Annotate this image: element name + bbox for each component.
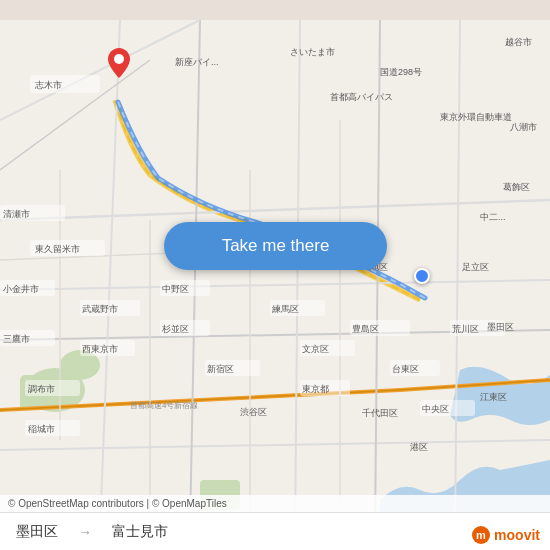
svg-text:国道298号: 国道298号 (380, 67, 422, 77)
svg-text:清瀬市: 清瀬市 (3, 209, 30, 219)
destination-marker (108, 48, 130, 78)
svg-text:葛飾区: 葛飾区 (503, 182, 530, 192)
map-background: 志木市 清瀬市 東久留米市 小金井市 三鷹市 調布市 稲城市 武蔵野市 西東京市… (0, 0, 550, 550)
svg-text:志木市: 志木市 (35, 80, 62, 90)
svg-text:荒川区: 荒川区 (452, 324, 479, 334)
moovit-logo: m moovit (472, 526, 540, 544)
svg-text:東京都: 東京都 (302, 384, 329, 394)
svg-text:渋谷区: 渋谷区 (240, 407, 267, 417)
svg-text:新宿区: 新宿区 (207, 364, 234, 374)
svg-text:中野区: 中野区 (162, 284, 189, 294)
svg-text:さいたま市: さいたま市 (290, 47, 335, 57)
map-container: 志木市 清瀬市 東久留米市 小金井市 三鷹市 調布市 稲城市 武蔵野市 西東京市… (0, 0, 550, 550)
svg-text:八潮市: 八潮市 (510, 122, 537, 132)
attribution-bar: © OpenStreetMap contributors | © OpenMap… (0, 495, 550, 512)
svg-text:文京区: 文京区 (302, 344, 329, 354)
destination-arrow: → (78, 524, 92, 540)
destination-from: 墨田区 (16, 523, 58, 541)
svg-text:調布市: 調布市 (28, 384, 55, 394)
svg-text:中央区: 中央区 (422, 404, 449, 414)
svg-text:武蔵野市: 武蔵野市 (82, 304, 118, 314)
svg-text:m: m (476, 529, 486, 541)
svg-text:港区: 港区 (410, 442, 428, 452)
svg-text:足立区: 足立区 (462, 262, 489, 272)
svg-text:千代田区: 千代田区 (362, 408, 398, 418)
svg-text:台東区: 台東区 (392, 364, 419, 374)
svg-text:三鷹市: 三鷹市 (3, 334, 30, 344)
svg-point-76 (114, 54, 124, 64)
svg-text:東久留米市: 東久留米市 (35, 244, 80, 254)
svg-text:越谷市: 越谷市 (505, 37, 532, 47)
svg-text:墨田区: 墨田区 (487, 322, 514, 332)
svg-text:西東京市: 西東京市 (82, 344, 118, 354)
svg-rect-0 (0, 20, 550, 530)
moovit-label: moovit (494, 527, 540, 543)
destination-to: 富士見市 (112, 523, 168, 541)
svg-text:江東区: 江東区 (480, 392, 507, 402)
svg-text:練馬区: 練馬区 (271, 304, 299, 314)
svg-text:杉並区: 杉並区 (161, 324, 189, 334)
svg-text:豊島区: 豊島区 (352, 324, 379, 334)
svg-text:稲城市: 稲城市 (28, 424, 55, 434)
svg-text:中二...: 中二... (480, 212, 506, 222)
destination-bar: 墨田区 → 富士見市 m moovit (0, 512, 550, 550)
origin-marker (414, 268, 430, 284)
svg-text:首都高バイパス: 首都高バイパス (330, 92, 393, 102)
svg-text:東京外環自動車道: 東京外環自動車道 (440, 112, 512, 122)
svg-text:小金井市: 小金井市 (3, 284, 39, 294)
take-me-there-button[interactable]: Take me there (164, 222, 387, 270)
svg-text:新座バイ...: 新座バイ... (175, 57, 219, 67)
attribution-text: © OpenStreetMap contributors | © OpenMap… (8, 498, 227, 509)
svg-text:首都高速4号新宿線: 首都高速4号新宿線 (130, 401, 198, 410)
